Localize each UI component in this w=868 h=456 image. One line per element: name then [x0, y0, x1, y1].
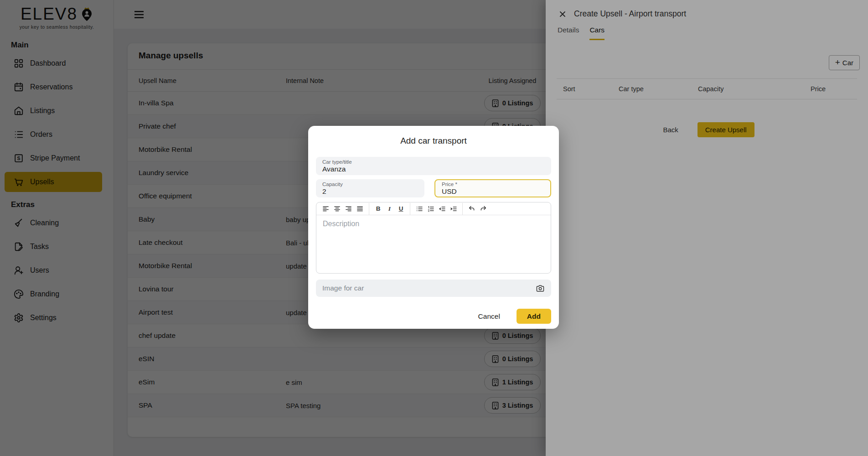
toolbar-divider	[369, 203, 369, 215]
description-input[interactable]: Description	[316, 215, 551, 273]
align-justify-icon[interactable]	[354, 203, 366, 214]
toolbar-divider	[410, 203, 410, 215]
price-field-focused[interactable]: Price * USD	[434, 179, 551, 197]
capacity-value: 2	[322, 187, 418, 196]
align-right-icon[interactable]	[343, 203, 354, 214]
editor-toolbar: B I U	[316, 202, 551, 215]
price-label: Price *	[442, 181, 544, 187]
indent-increase-icon[interactable]	[448, 203, 459, 214]
italic-icon[interactable]: I	[384, 203, 395, 214]
capacity-field[interactable]: Capacity 2	[316, 179, 424, 197]
undo-icon[interactable]	[466, 203, 477, 214]
image-placeholder: Image for car	[322, 284, 364, 292]
list-numbered-icon[interactable]	[425, 203, 436, 214]
car-type-label: Car type/title	[322, 159, 545, 165]
cancel-button[interactable]: Cancel	[475, 310, 503, 323]
modal-title: Add car transport	[316, 136, 551, 146]
redo-icon[interactable]	[477, 203, 489, 214]
add-car-transport-modal: Add car transport Car type/title Avanza …	[308, 126, 559, 329]
bold-icon[interactable]: B	[372, 203, 384, 214]
toolbar-divider	[462, 203, 463, 215]
align-left-icon[interactable]	[320, 203, 331, 214]
camera-icon	[536, 284, 545, 293]
image-for-car-field[interactable]: Image for car	[316, 280, 551, 297]
indent-decrease-icon[interactable]	[436, 203, 448, 214]
car-type-value: Avanza	[322, 165, 545, 173]
align-center-icon[interactable]	[331, 203, 343, 214]
list-bulleted-icon[interactable]	[413, 203, 425, 214]
price-value: USD	[442, 187, 544, 196]
capacity-label: Capacity	[322, 181, 418, 187]
car-type-field[interactable]: Car type/title Avanza	[316, 157, 551, 175]
underline-icon[interactable]: U	[395, 203, 407, 214]
add-button[interactable]: Add	[517, 309, 551, 324]
description-editor: B I U Description	[316, 202, 551, 274]
